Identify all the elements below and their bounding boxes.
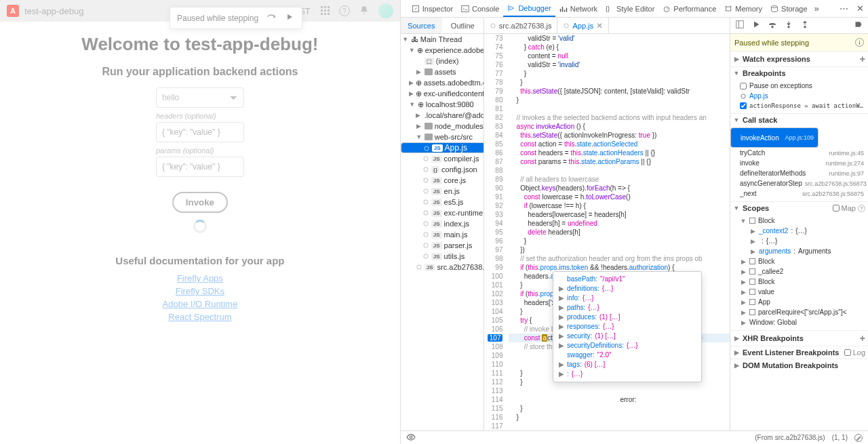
tab-storage[interactable]: Storage	[766, 0, 812, 17]
callstack-frame[interactable]: invokeActionApp.js:109	[730, 127, 818, 148]
section-scopes[interactable]: ▼ScopesMap ?	[730, 201, 868, 214]
tree-item[interactable]: JScompiler.js	[401, 153, 484, 164]
section-xhr[interactable]: ▶XHR Breakpoints+	[730, 330, 868, 346]
tab-outline[interactable]: Outline	[442, 18, 484, 33]
map-checkbox[interactable]	[833, 205, 840, 211]
pause-on-exceptions-row[interactable]: Pause on exceptions	[730, 81, 868, 91]
tree-item[interactable]: JSindex.js	[401, 218, 484, 229]
headers-input[interactable]	[156, 122, 244, 142]
notifications-icon[interactable]	[359, 5, 369, 17]
breakpoint-line-row[interactable]: actionResponse = await actionW… 107:12	[730, 101, 868, 110]
more-tabs-icon[interactable]: »	[813, 2, 821, 15]
tab-style-editor[interactable]: {}Style Editor	[601, 0, 658, 17]
tree-item[interactable]: JSutils.js	[401, 251, 484, 262]
callstack-frame[interactable]: defineIteratorMethodsruntime.js:97	[730, 168, 868, 178]
action-select[interactable]: hello	[156, 87, 244, 108]
section-watch[interactable]: ▶Watch expressions+	[730, 51, 868, 66]
step-over-button[interactable]	[265, 11, 277, 25]
avatar[interactable]	[378, 3, 393, 18]
tree-item[interactable]: JSexc-runtime.js	[401, 207, 484, 218]
add-xhr-icon[interactable]: +	[860, 333, 865, 344]
tree-item[interactable]: ▶node_modules	[401, 121, 484, 132]
sources-tree[interactable]: ▼🖧Main Thread▼⊕experience.adobe.com⬚(ind…	[401, 34, 484, 430]
tab-console[interactable]: Console	[457, 0, 503, 17]
tree-item[interactable]: JSparser.js	[401, 240, 484, 251]
callstack-frame[interactable]: asyncGeneratorStepsrc.a2b27638.js:56873	[730, 178, 868, 188]
editor-tab[interactable]: src.a2b27638.js	[484, 18, 558, 33]
tree-item[interactable]: ▶.local/share/@adobe/	[401, 110, 484, 121]
log-checkbox[interactable]	[844, 349, 851, 356]
deactivate-breakpoints-icon[interactable]	[853, 19, 864, 32]
tree-item[interactable]: ▶⊕exc-unifiedcontent.expe	[401, 88, 484, 99]
scope-item[interactable]: ▶Block	[730, 256, 868, 266]
add-watch-icon[interactable]: +	[860, 54, 865, 64]
step-in-icon[interactable]	[783, 19, 794, 32]
scope-item[interactable]: ▶App	[730, 297, 868, 307]
section-callstack[interactable]: ▼Call stack	[730, 113, 868, 126]
help-icon[interactable]: ?	[339, 5, 350, 16]
tree-item[interactable]: {}config.json	[401, 164, 484, 175]
tree-item[interactable]: JSmain.js	[401, 229, 484, 240]
help-icon[interactable]: ?	[858, 205, 865, 212]
resume-button[interactable]	[284, 12, 295, 24]
no-entry-icon[interactable]	[854, 434, 863, 442]
callstack-frame[interactable]: _nextsrc.a2b27638.js:56875	[730, 188, 868, 199]
breakpoint-checkbox[interactable]	[740, 102, 747, 109]
pause-on-exceptions-checkbox[interactable]	[740, 83, 747, 89]
callstack-frame[interactable]: invokeruntime.js:274	[730, 158, 868, 168]
close-tab-icon[interactable]: ✕	[596, 21, 603, 31]
params-input[interactable]	[156, 157, 244, 177]
tree-item[interactable]: ▼web-src/src	[401, 132, 484, 142]
scope-item[interactable]: ▶Window: Global	[730, 317, 868, 327]
invoke-button[interactable]: Invoke	[172, 192, 228, 213]
section-event-listener[interactable]: ▶Event Listener BreakpointsLog	[730, 346, 868, 359]
section-dom-mutation[interactable]: ▶DOM Mutation Breakpoints	[730, 359, 868, 371]
tree-item[interactable]: ▼⊕localhost:9080	[401, 99, 484, 110]
scope-item[interactable]: ▶parcelRequire<["src/App.js"]<	[730, 307, 868, 317]
dock-side-icon[interactable]	[830, 2, 833, 15]
step-out-icon[interactable]	[800, 19, 810, 32]
tab-network[interactable]: Network	[555, 0, 601, 17]
scope-var[interactable]: ▶_context2: {…}	[730, 226, 868, 236]
tab-sources[interactable]: Sources	[401, 18, 442, 33]
doc-link[interactable]: Firefly Apps	[115, 273, 284, 283]
scope-item[interactable]: ▶Block	[730, 277, 868, 287]
callstack-frame[interactable]: tryCatchruntime.js:45	[730, 148, 868, 158]
step-over-icon[interactable]	[767, 19, 778, 32]
doc-link[interactable]: React Spectrum	[115, 312, 284, 322]
eye-icon[interactable]	[406, 432, 416, 443]
info-icon[interactable]: i	[855, 38, 864, 47]
close-devtools-icon[interactable]: ✕	[855, 2, 865, 15]
tree-item[interactable]: JScore.js	[401, 175, 484, 186]
iframe-picker-icon[interactable]	[403, 2, 406, 15]
breakpoint-file-row[interactable]: App.js	[730, 91, 868, 101]
editor-tab[interactable]: App.js✕	[557, 18, 609, 33]
section-breakpoints[interactable]: ▼Breakpoints	[730, 66, 868, 79]
resume-icon[interactable]	[751, 19, 762, 32]
doc-link[interactable]: Adobe I/O Runtime	[115, 299, 284, 309]
tree-item[interactable]: ⬚(index)	[401, 56, 484, 66]
tree-item[interactable]: ▶assets	[401, 66, 484, 77]
tab-inspector[interactable]: Inspector	[408, 0, 457, 17]
gear-icon	[423, 144, 430, 151]
toggle-sidebar-icon[interactable]	[734, 19, 745, 32]
scope-item[interactable]: ▶_callee2	[730, 266, 868, 277]
tab-memory[interactable]: Memory	[720, 0, 766, 17]
tab-debugger[interactable]: Debugger	[503, 0, 555, 17]
tree-item[interactable]: JSApp.js	[401, 142, 484, 153]
tab-performance[interactable]: Performance	[658, 0, 720, 17]
scope-item[interactable]: ▼Block	[730, 216, 868, 226]
tree-item[interactable]: JSsrc.a2b27638.js	[401, 262, 484, 273]
tree-item[interactable]: ▼🖧Main Thread	[401, 34, 484, 45]
tree-item[interactable]: JSen.js	[401, 186, 484, 197]
responsive-mode-icon[interactable]	[822, 2, 825, 15]
kebab-menu-icon[interactable]: ⋯	[838, 2, 850, 15]
tree-item[interactable]: JSes5.js	[401, 197, 484, 207]
tree-item[interactable]: ▼⊕experience.adobe.com	[401, 45, 484, 56]
scope-item[interactable]: ▶value	[730, 287, 868, 297]
scope-var[interactable]: ▶: {…}	[730, 236, 868, 246]
scope-var[interactable]: ▶arguments: Arguments	[730, 246, 868, 256]
doc-link[interactable]: Firefly SDKs	[115, 286, 284, 296]
app-switcher-icon[interactable]	[320, 5, 330, 17]
tree-item[interactable]: ▶⊕assets.adobedtm.com	[401, 77, 484, 88]
